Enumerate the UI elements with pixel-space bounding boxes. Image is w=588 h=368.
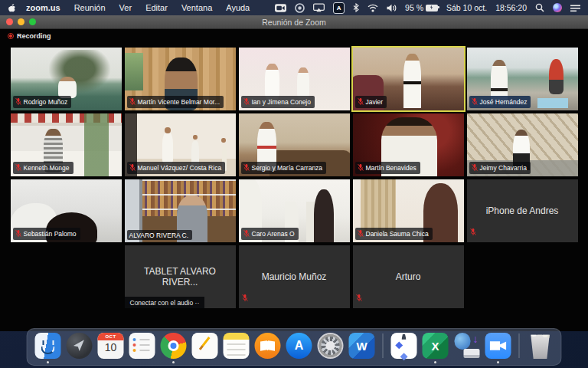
- dock-icon-calendar[interactable]: OCT10: [98, 333, 124, 359]
- menu-item-editar[interactable]: Editar: [139, 3, 175, 12]
- calendar-day-label: 10: [98, 341, 124, 353]
- bluetooth-icon[interactable]: [353, 3, 359, 12]
- participant-tile[interactable]: Arturo: [353, 245, 464, 308]
- name-label: Sergio y María Carranza: [241, 162, 327, 174]
- menu-bar-date[interactable]: Sáb 10 oct.: [446, 3, 487, 12]
- participant-tile[interactable]: Manuel Vázquez/ Costa Rica: [125, 113, 236, 176]
- dock-icon-trash[interactable]: [528, 333, 554, 359]
- recording-indicator[interactable]: Recording: [8, 32, 51, 40]
- name-label: Rodrigo Muñoz: [13, 96, 72, 108]
- dock-icon-word[interactable]: W: [349, 333, 375, 359]
- muted-mic-icon: [15, 97, 21, 107]
- spotlight-icon[interactable]: [535, 3, 544, 12]
- menu-bar-time[interactable]: 18:56:20: [495, 3, 527, 12]
- dock-icon-pages[interactable]: [192, 333, 218, 359]
- participant-tile[interactable]: Martín Benavides: [353, 113, 464, 176]
- dock-icon-books[interactable]: [255, 333, 281, 359]
- siri-icon[interactable]: [553, 3, 562, 12]
- menu-item-zoom-us[interactable]: zoom.us: [19, 3, 67, 12]
- muted-mic-icon: [243, 163, 250, 173]
- participant-tile[interactable]: Caro Arenas O: [239, 179, 350, 242]
- volume-icon[interactable]: [387, 4, 397, 12]
- video-row-1: Rodrigo MuñozMartín Vicente Belmar Mor..…: [11, 48, 578, 110]
- excel-icon: X: [423, 333, 449, 359]
- name-label: ALVARO RIVERA C.: [127, 230, 193, 240]
- dock-icon-notes[interactable]: [224, 333, 250, 359]
- zoom-video-status-icon[interactable]: [275, 4, 286, 12]
- name-label: Kenneth Monge: [13, 162, 74, 174]
- appstore-glyph: A: [286, 333, 312, 359]
- notification-center-icon[interactable]: [570, 4, 580, 12]
- participant-tile[interactable]: Javier: [353, 48, 464, 110]
- participant-tile[interactable]: Daniela Sauma Chica: [353, 179, 464, 242]
- dock-separator: [383, 334, 384, 358]
- bluebox-icon: [391, 333, 417, 359]
- camera-status-icon[interactable]: [295, 3, 305, 13]
- apple-menu-icon[interactable]: [8, 3, 16, 13]
- name-label: Manuel Vázquez/ Costa Rica: [127, 162, 226, 174]
- muted-mic-icon: [472, 97, 478, 107]
- dock-icon-chrome[interactable]: [161, 333, 187, 359]
- participant-name: Mauricio Muñoz: [259, 271, 330, 282]
- name-label: Javier: [355, 96, 387, 108]
- video-row-3: Sebastián PalomoALVARO RIVERA C.Caro Are…: [11, 179, 578, 242]
- participant-tile[interactable]: Jeimy Chavarria: [467, 113, 578, 176]
- fullscreen-window-button[interactable]: [29, 18, 36, 25]
- books-icon: [255, 333, 281, 359]
- menu-item-reuni-n[interactable]: Reunión: [67, 3, 113, 12]
- participant-tile[interactable]: iPhone de Andres: [467, 179, 578, 242]
- minimize-window-button[interactable]: [18, 18, 24, 25]
- participant-tile[interactable]: Kenneth Monge: [11, 113, 122, 176]
- participant-tile[interactable]: ALVARO RIVERA C.: [125, 179, 236, 242]
- connect-audio-button[interactable]: Conectar con el audio ··: [125, 297, 205, 308]
- close-window-button[interactable]: [6, 18, 13, 25]
- participant-name: Martín Benavides: [366, 164, 416, 172]
- participant-tile[interactable]: Martín Vicente Belmar Mor...: [125, 48, 236, 110]
- name-label: Ian y Jimena Conejo: [241, 96, 315, 108]
- reminders-icon: [129, 333, 155, 359]
- muted-mic-icon: [243, 229, 250, 239]
- name-label: Sebastián Palomo: [13, 228, 80, 240]
- battery-indicator[interactable]: 95 %: [405, 3, 438, 12]
- dock-icon-reminders[interactable]: [129, 333, 155, 359]
- dock-icon-appstore[interactable]: A: [286, 333, 312, 359]
- participant-tile[interactable]: Ian y Jimena Conejo: [239, 48, 350, 110]
- name-label: Jeimy Chavarria: [469, 162, 531, 174]
- participant-tile[interactable]: José Hernández: [467, 48, 578, 110]
- wifi-icon[interactable]: [368, 4, 378, 12]
- window-title: Reunión de Zoom: [262, 18, 325, 27]
- dock-icon-zoomapp[interactable]: [485, 333, 511, 359]
- dock-icon-finder[interactable]: [35, 333, 61, 359]
- participant-tile[interactable]: TABLET ALVARO RIVER...Conectar con el au…: [125, 245, 236, 308]
- participant-tile[interactable]: Sergio y María Carranza: [239, 113, 350, 176]
- zoom-meeting-window: Recording Rodrigo MuñozMartín Vicente Be…: [0, 29, 588, 331]
- excel-glyph: X: [423, 333, 449, 359]
- menu-item-ventana[interactable]: Ventana: [175, 3, 219, 12]
- dock-icon-launchpad[interactable]: [67, 333, 93, 359]
- participant-name: iPhone de Andres: [483, 205, 562, 216]
- battery-percent: 95 %: [405, 3, 423, 12]
- participant-name: TABLET ALVARO RIVER...: [125, 266, 236, 288]
- word-icon: W: [349, 333, 375, 359]
- participant-name: Rodrigo Muñoz: [24, 98, 68, 106]
- prefs-icon: [318, 333, 344, 359]
- menu-item-ver[interactable]: Ver: [113, 3, 139, 12]
- participant-name: Kenneth Monge: [24, 164, 70, 172]
- dock-icon-prefs[interactable]: [318, 333, 344, 359]
- word-glyph: W: [349, 333, 375, 359]
- muted-mic-icon: [472, 163, 478, 173]
- muted-mic-icon: [356, 291, 362, 305]
- muted-mic-icon: [129, 163, 136, 173]
- dock-icon-bluebox[interactable]: [391, 333, 417, 359]
- participant-tile[interactable]: Mauricio Muñoz: [239, 245, 350, 308]
- input-source-icon[interactable]: A: [333, 2, 345, 14]
- menu-item-ayuda[interactable]: Ayuda: [219, 3, 256, 12]
- chrome-icon: [161, 333, 187, 359]
- participant-name: Daniela Sauma Chica: [366, 230, 429, 238]
- dock-icon-remote[interactable]: ↓: [454, 333, 480, 359]
- participant-tile[interactable]: Rodrigo Muñoz: [11, 48, 122, 110]
- dock-icon-excel[interactable]: X: [423, 333, 449, 359]
- participant-name: Javier: [366, 98, 384, 106]
- participant-tile[interactable]: Sebastián Palomo: [11, 179, 122, 242]
- airplay-display-icon[interactable]: [313, 3, 325, 12]
